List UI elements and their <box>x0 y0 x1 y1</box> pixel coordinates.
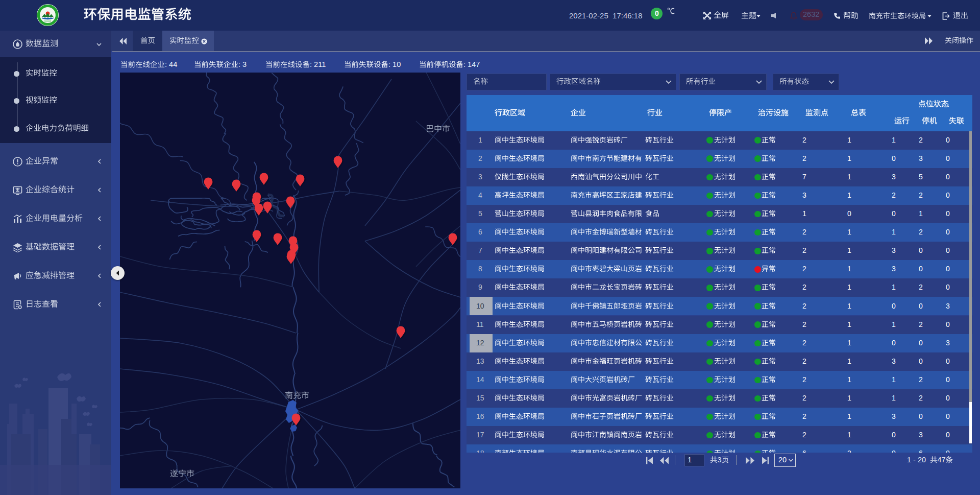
svg-text:1: 1 <box>847 375 851 384</box>
svg-text:3: 3 <box>892 173 896 181</box>
svg-text:1: 1 <box>892 320 896 328</box>
svg-text:0: 0 <box>946 135 950 144</box>
svg-text:2: 2 <box>919 394 923 402</box>
svg-text:0: 0 <box>946 412 950 420</box>
svg-text:44: 44 <box>169 60 177 68</box>
svg-text:0: 0 <box>892 154 896 162</box>
svg-text:0: 0 <box>946 394 950 402</box>
svg-text:0: 0 <box>919 412 923 420</box>
svg-text:-: - <box>913 456 916 464</box>
svg-text:0: 0 <box>892 301 896 310</box>
svg-text:1: 1 <box>847 431 851 439</box>
svg-text:16: 16 <box>476 412 484 420</box>
svg-text:2: 2 <box>802 431 806 439</box>
svg-text:211: 211 <box>314 60 326 68</box>
svg-text:2: 2 <box>802 339 806 347</box>
svg-text:1: 1 <box>892 283 896 291</box>
svg-text:2: 2 <box>919 135 923 144</box>
svg-text:1: 1 <box>847 246 851 254</box>
svg-text:9: 9 <box>478 283 482 291</box>
svg-text:1: 1 <box>892 375 896 384</box>
svg-text:8: 8 <box>478 265 482 273</box>
svg-text:1: 1 <box>847 339 851 347</box>
svg-text:0: 0 <box>946 283 950 291</box>
svg-text:3: 3 <box>242 60 247 68</box>
svg-text:1: 1 <box>892 394 896 402</box>
svg-text:0: 0 <box>946 191 950 199</box>
svg-text:1: 1 <box>847 283 851 291</box>
svg-text:1: 1 <box>847 173 851 181</box>
svg-text:1: 1 <box>847 154 851 162</box>
svg-text:13: 13 <box>476 357 484 365</box>
svg-text::: : <box>238 60 240 68</box>
svg-text:1: 1 <box>847 228 851 236</box>
svg-text:6: 6 <box>478 228 482 236</box>
svg-text:1: 1 <box>847 265 851 273</box>
svg-text:2: 2 <box>919 320 923 328</box>
svg-text:0: 0 <box>946 209 950 218</box>
svg-text:1: 1 <box>688 456 692 464</box>
svg-text:0: 0 <box>946 154 950 162</box>
svg-text:1: 1 <box>802 209 806 218</box>
svg-text:3: 3 <box>892 246 896 254</box>
svg-text:2: 2 <box>802 265 806 273</box>
svg-text:3: 3 <box>919 431 923 439</box>
svg-text:0: 0 <box>946 431 950 439</box>
svg-text:14: 14 <box>476 375 484 384</box>
svg-text:5: 5 <box>919 173 923 181</box>
svg-text:12: 12 <box>476 339 484 347</box>
svg-text:20: 20 <box>918 456 926 464</box>
svg-text:2: 2 <box>802 357 806 365</box>
svg-text:2: 2 <box>802 320 806 328</box>
svg-text:47: 47 <box>938 456 946 464</box>
svg-text:0: 0 <box>919 339 923 347</box>
svg-text:2632: 2632 <box>803 10 819 18</box>
svg-text:2021-02-25: 2021-02-25 <box>569 11 608 20</box>
svg-text:11: 11 <box>476 320 484 328</box>
svg-text:10: 10 <box>393 60 401 68</box>
svg-text:1: 1 <box>847 191 851 199</box>
svg-text:2: 2 <box>919 191 923 199</box>
svg-text:2: 2 <box>478 154 482 162</box>
svg-text:3: 3 <box>892 412 896 420</box>
svg-text:1: 1 <box>892 135 896 144</box>
svg-text::: : <box>310 60 312 68</box>
svg-text:3: 3 <box>946 301 950 310</box>
svg-text:3: 3 <box>478 173 482 181</box>
svg-text:1: 1 <box>907 456 911 464</box>
svg-text:2: 2 <box>802 301 806 310</box>
svg-text:2: 2 <box>802 154 806 162</box>
svg-text:3: 3 <box>892 357 896 365</box>
svg-text:2: 2 <box>919 228 923 236</box>
svg-text:1: 1 <box>892 228 896 236</box>
svg-text:20: 20 <box>778 456 787 464</box>
svg-text:5: 5 <box>478 209 482 218</box>
svg-text:1: 1 <box>919 209 923 218</box>
svg-text:2: 2 <box>802 375 806 384</box>
svg-text:15: 15 <box>476 394 484 402</box>
svg-text:2: 2 <box>919 283 923 291</box>
svg-text:0: 0 <box>946 246 950 254</box>
svg-text:0: 0 <box>919 301 923 310</box>
svg-text:0: 0 <box>919 265 923 273</box>
svg-text:1: 1 <box>478 135 482 144</box>
svg-text:0: 0 <box>892 431 896 439</box>
svg-text:2: 2 <box>919 375 923 384</box>
svg-text::: : <box>388 60 390 68</box>
svg-text:0: 0 <box>892 209 896 218</box>
svg-text:1: 1 <box>847 394 851 402</box>
svg-text:3: 3 <box>892 265 896 273</box>
svg-text:4: 4 <box>478 191 482 199</box>
svg-text:17:46:18: 17:46:18 <box>612 11 642 20</box>
svg-text:1: 1 <box>847 301 851 310</box>
svg-text:3: 3 <box>919 154 923 162</box>
svg-text:1: 1 <box>847 412 851 420</box>
svg-text:1: 1 <box>847 320 851 328</box>
svg-text:0: 0 <box>847 209 851 218</box>
svg-text:0: 0 <box>919 246 923 254</box>
svg-text:0: 0 <box>892 339 896 347</box>
svg-text:2: 2 <box>802 246 806 254</box>
svg-text:7: 7 <box>478 246 482 254</box>
svg-text:2: 2 <box>802 283 806 291</box>
svg-text:147: 147 <box>468 60 480 68</box>
